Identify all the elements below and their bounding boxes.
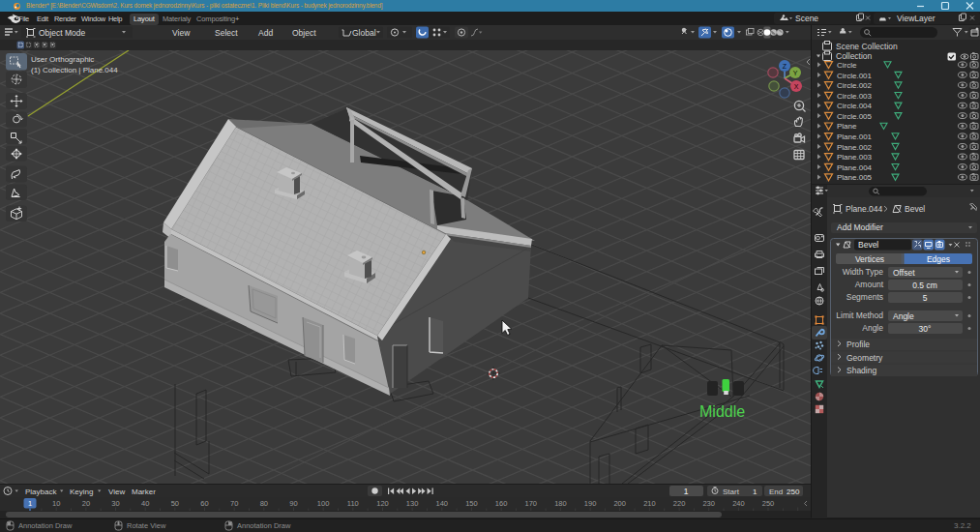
svg-text:50: 50: [171, 499, 179, 508]
svg-text:1: 1: [753, 488, 757, 496]
svg-text:View: View: [172, 28, 191, 38]
svg-text:Circle.001: Circle.001: [837, 72, 873, 80]
svg-text:End: End: [769, 488, 783, 496]
svg-text:Circle.002: Circle.002: [837, 81, 873, 90]
svg-text:140: 140: [436, 499, 449, 508]
svg-text:200: 200: [613, 499, 626, 508]
svg-text:180: 180: [554, 499, 567, 508]
svg-text:Add Modifier: Add Modifier: [837, 222, 883, 232]
svg-text:Angle: Angle: [893, 311, 914, 321]
svg-text:(1) Collection | Plane.044: (1) Collection | Plane.044: [31, 66, 118, 74]
svg-text:ViewLayer: ViewLayer: [897, 14, 935, 23]
svg-text:170: 170: [525, 499, 538, 508]
svg-text:Circle.003: Circle.003: [837, 92, 873, 101]
svg-text:Shading: Shading: [846, 366, 876, 375]
svg-text:Plane.001: Plane.001: [837, 133, 873, 141]
svg-text:Width Type: Width Type: [843, 267, 884, 277]
svg-text:Segments: Segments: [846, 292, 883, 302]
svg-text:Scene: Scene: [795, 14, 818, 23]
svg-text:Middle: Middle: [699, 403, 745, 420]
svg-text:Plane.004: Plane.004: [837, 163, 873, 172]
svg-text:60: 60: [200, 499, 208, 508]
svg-text:110: 110: [347, 499, 359, 508]
svg-text:0.5 cm: 0.5 cm: [912, 281, 937, 290]
svg-text:Profile: Profile: [846, 340, 870, 349]
svg-text:Annotation Draw: Annotation Draw: [237, 521, 291, 530]
svg-text:5: 5: [923, 293, 928, 303]
svg-text:Bevel: Bevel: [858, 240, 878, 250]
svg-text:User Orthographic: User Orthographic: [31, 55, 94, 64]
svg-text:Object: Object: [292, 28, 316, 38]
svg-text:Rotate View: Rotate View: [127, 521, 166, 530]
svg-text:Plane.005: Plane.005: [837, 173, 873, 182]
svg-text:Plane.044: Plane.044: [846, 204, 883, 214]
svg-text:Offset: Offset: [893, 268, 915, 278]
svg-text:Geometry: Geometry: [846, 353, 883, 363]
svg-text:Amount: Amount: [855, 280, 884, 289]
svg-text:Plane.002: Plane.002: [837, 143, 873, 152]
svg-text:210: 210: [643, 499, 656, 508]
svg-text:Edges: Edges: [927, 254, 950, 264]
svg-text:View: View: [108, 488, 125, 496]
svg-text:Z: Z: [783, 63, 787, 70]
svg-text:30: 30: [111, 499, 119, 508]
svg-text:100: 100: [317, 499, 330, 508]
svg-text:Select: Select: [215, 28, 238, 38]
svg-text:Vertices: Vertices: [855, 254, 884, 264]
svg-text:Bevel: Bevel: [905, 204, 925, 214]
svg-text:90: 90: [289, 499, 297, 508]
svg-text:Add: Add: [258, 28, 273, 38]
svg-text:Start: Start: [723, 488, 740, 496]
svg-text:Scene Collection: Scene Collection: [836, 42, 898, 51]
svg-text:Keying: Keying: [70, 488, 93, 496]
svg-text:Marker: Marker: [132, 488, 156, 496]
svg-text:Plane: Plane: [837, 122, 857, 131]
svg-text:70: 70: [230, 499, 238, 508]
svg-text:3.2.2: 3.2.2: [954, 521, 971, 530]
svg-text:20: 20: [82, 499, 90, 508]
svg-text:230: 230: [702, 499, 715, 508]
svg-text:1: 1: [684, 487, 689, 496]
svg-text:Playback: Playback: [25, 488, 57, 496]
svg-text:250: 250: [787, 488, 800, 496]
svg-text:Circle.004: Circle.004: [837, 102, 873, 110]
svg-text:1: 1: [28, 499, 32, 508]
svg-text:120: 120: [376, 499, 389, 508]
svg-text:220: 220: [673, 499, 686, 508]
svg-text:130: 130: [406, 499, 419, 508]
svg-text:160: 160: [495, 499, 508, 508]
svg-text:Plane.003: Plane.003: [837, 153, 873, 162]
svg-text:150: 150: [465, 499, 478, 508]
svg-text:250: 250: [762, 499, 775, 508]
svg-text:40: 40: [141, 499, 149, 508]
svg-text:Global: Global: [352, 28, 376, 38]
svg-text:Annotation Draw: Annotation Draw: [18, 521, 73, 530]
svg-text:190: 190: [584, 499, 597, 508]
svg-text:240: 240: [732, 499, 745, 508]
svg-text:Circle.005: Circle.005: [837, 112, 873, 121]
svg-text:10: 10: [52, 499, 60, 508]
svg-text:80: 80: [260, 499, 268, 508]
svg-text:Object Mode: Object Mode: [39, 28, 85, 38]
svg-text:30°: 30°: [919, 324, 932, 334]
svg-text:Limit Method: Limit Method: [836, 310, 883, 320]
svg-text:X: X: [794, 83, 799, 90]
svg-text:Angle: Angle: [862, 323, 883, 333]
svg-text:Y: Y: [793, 70, 798, 76]
svg-text:Circle: Circle: [837, 61, 857, 70]
